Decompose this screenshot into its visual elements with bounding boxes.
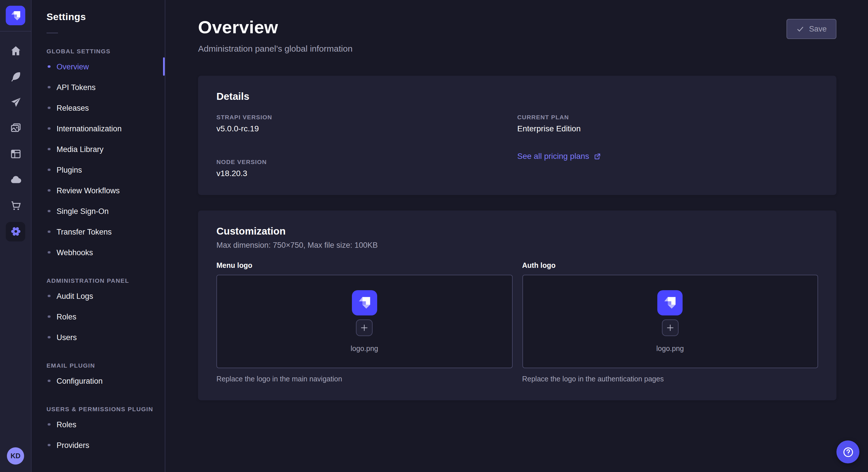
cloud-icon[interactable] <box>3 167 28 193</box>
page-header: Overview Administration panel’s global i… <box>165 0 868 53</box>
pictures-icon[interactable] <box>3 115 28 141</box>
layout-icon[interactable] <box>3 141 28 167</box>
pricing-plans-link[interactable]: See all pricing plans <box>517 151 601 161</box>
sidebar-item-label: Single Sign-On <box>57 207 109 215</box>
sidebar-item-admin-roles[interactable]: Roles <box>32 306 165 327</box>
bullet-icon <box>48 189 50 192</box>
auth-logo-hint: Replace the logo in the authentication p… <box>522 375 818 383</box>
sidebar-item-label: Providers <box>57 441 89 449</box>
sidebar-item-label: Audit Logs <box>57 292 93 300</box>
plus-icon <box>666 324 675 332</box>
bullet-icon <box>48 380 50 382</box>
bullet-icon <box>48 423 50 426</box>
bullet-icon <box>48 336 50 339</box>
strapi-logo-icon[interactable] <box>6 6 25 25</box>
bullet-icon <box>48 251 50 254</box>
section-label-users-permissions-plugin: USERS & PERMISSIONS PLUGIN <box>32 405 165 412</box>
subnav-title-divider <box>46 33 58 33</box>
bullet-icon <box>48 444 50 446</box>
sidebar-item-admin-users[interactable]: Users <box>32 327 165 347</box>
page-title: Overview <box>198 17 352 38</box>
sidebar-item-releases[interactable]: Releases <box>32 98 165 118</box>
sidebar-item-label: Overview <box>57 62 89 71</box>
auth-logo-upload-box[interactable]: logo.png <box>522 275 818 368</box>
details-card: Details STRAPI VERSION v5.0.0-rc.19 NODE… <box>198 76 836 195</box>
strapi-version-value: v5.0.0-rc.19 <box>216 124 517 133</box>
feather-icon[interactable] <box>3 64 28 90</box>
sidebar-item-internationalization[interactable]: Internationalization <box>32 118 165 139</box>
app-window: KD Settings GLOBAL SETTINGS Overview API… <box>0 0 868 472</box>
sidebar-item-plugins[interactable]: Plugins <box>32 160 165 180</box>
save-button-label: Save <box>809 25 827 33</box>
avatar[interactable]: KD <box>7 447 24 465</box>
menu-logo-hint: Replace the logo in the main navigation <box>216 375 513 383</box>
sidebar-item-label: Roles <box>57 420 76 429</box>
details-card-title: Details <box>216 91 818 103</box>
sidebar-item-label: Webhooks <box>57 248 93 257</box>
paper-plane-icon[interactable] <box>3 90 28 115</box>
main-content: Overview Administration panel’s global i… <box>165 0 868 472</box>
strapi-glyph-icon <box>358 296 371 310</box>
sidebar-item-email-configuration[interactable]: Configuration <box>32 370 165 391</box>
sidebar-item-up-providers[interactable]: Providers <box>32 435 165 456</box>
sidebar-item-audit-logs[interactable]: Audit Logs <box>32 285 165 306</box>
sidebar-item-api-tokens[interactable]: API Tokens <box>32 77 165 98</box>
menu-logo-upload-box[interactable]: logo.png <box>216 275 513 368</box>
sidebar-item-label: Roles <box>57 312 76 321</box>
gear-icon[interactable] <box>3 218 28 244</box>
strapi-glyph-icon <box>10 10 21 21</box>
bullet-icon <box>48 65 50 68</box>
menu-logo-add-button[interactable] <box>356 319 373 336</box>
sidebar-item-single-sign-on[interactable]: Single Sign-On <box>32 201 165 222</box>
sidebar-item-media-library[interactable]: Media Library <box>32 139 165 160</box>
section-label-administration-panel: ADMINISTRATION PANEL <box>32 277 165 284</box>
strapi-glyph-icon <box>663 296 677 310</box>
current-plan-value: Enterprise Edition <box>517 124 818 133</box>
gear-glyph <box>9 225 22 237</box>
bullet-icon <box>48 231 50 233</box>
sidebar-item-label: Transfer Tokens <box>57 227 112 236</box>
question-circle-icon <box>842 446 854 458</box>
home-icon[interactable] <box>3 38 28 64</box>
external-link-icon <box>594 152 601 160</box>
auth-logo-label: Auth logo <box>522 262 818 270</box>
sidebar-item-transfer-tokens[interactable]: Transfer Tokens <box>32 222 165 242</box>
sidebar-item-label: Configuration <box>57 376 103 385</box>
check-icon <box>796 25 804 33</box>
sidebar-item-label: API Tokens <box>57 83 96 92</box>
sidebar-item-up-roles[interactable]: Roles <box>32 414 165 435</box>
bullet-icon <box>48 169 50 171</box>
auth-logo-field: Auth logo logo.png Replace the logo in t… <box>522 262 818 383</box>
bullet-icon <box>48 127 50 130</box>
menu-logo-field: Menu logo logo.png Replace the logo in t… <box>216 262 513 383</box>
sidebar-item-label: Users <box>57 333 77 341</box>
active-item-indicator <box>163 57 165 76</box>
settings-active-tile <box>6 222 25 241</box>
sidebar-item-overview[interactable]: Overview <box>32 56 165 77</box>
help-button[interactable] <box>836 440 859 463</box>
auth-logo-add-button[interactable] <box>662 319 679 336</box>
bullet-icon <box>48 86 50 89</box>
menu-logo-label: Menu logo <box>216 262 513 270</box>
menu-logo-preview <box>352 290 377 315</box>
plus-icon <box>360 324 369 332</box>
sidebar-item-webhooks[interactable]: Webhooks <box>32 242 165 263</box>
main-nav-rail: KD <box>0 0 32 472</box>
page-subtitle: Administration panel’s global informatio… <box>198 43 352 53</box>
sidebar-item-label: Internationalization <box>57 124 122 133</box>
settings-subnav: Settings GLOBAL SETTINGS Overview API To… <box>32 0 165 472</box>
current-plan-label: CURRENT PLAN <box>517 113 818 121</box>
auth-logo-filename: logo.png <box>656 345 684 353</box>
bullet-icon <box>48 148 50 150</box>
customization-card-subtitle: Max dimension: 750×750, Max file size: 1… <box>216 241 818 249</box>
sidebar-item-label: Plugins <box>57 165 82 174</box>
strapi-version-label: STRAPI VERSION <box>216 113 517 121</box>
node-version-label: NODE VERSION <box>216 158 517 165</box>
sidebar-item-label: Releases <box>57 103 89 112</box>
bullet-icon <box>48 107 50 109</box>
menu-logo-filename: logo.png <box>351 345 378 353</box>
save-button[interactable]: Save <box>786 19 836 39</box>
cart-icon[interactable] <box>3 193 28 218</box>
customization-card: Customization Max dimension: 750×750, Ma… <box>198 210 836 400</box>
sidebar-item-review-workflows[interactable]: Review Workflows <box>32 180 165 201</box>
